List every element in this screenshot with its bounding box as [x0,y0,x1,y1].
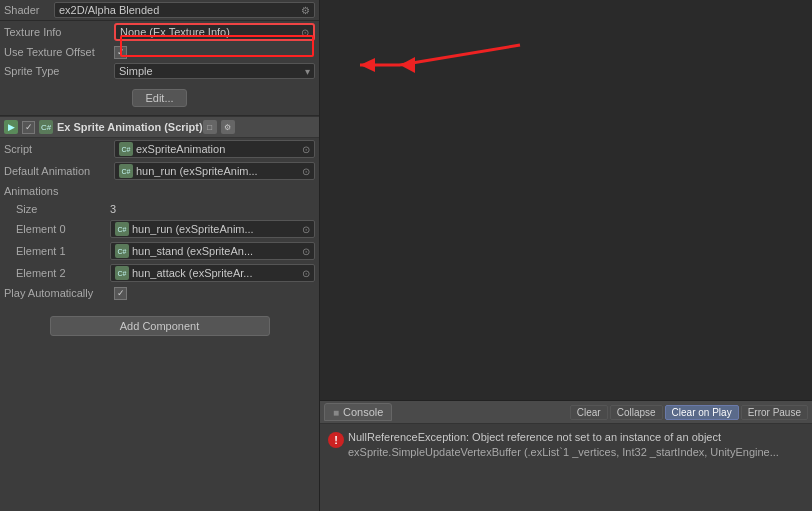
script-value-container: C# exSpriteAnimation [119,142,225,156]
console-content: ! NullReferenceException: Object referen… [320,424,812,467]
sprite-type-value: Simple [119,65,153,77]
main-viewport [320,0,812,400]
shader-label: Shader [4,4,54,16]
script-value: exSpriteAnimation [136,143,225,155]
size-value: 3 [110,203,116,215]
default-anim-label: Default Animation [4,165,114,177]
section-header-left: ▶ ✓ C# Ex Sprite Animation (Script) [4,120,203,134]
sprite-type-label: Sprite Type [4,65,114,77]
error-line2: exSprite.SimpleUpdateVertexBuffer (.exLi… [348,445,779,460]
element2-label: Element 2 [16,267,110,279]
sprite-type-dropdown-icon[interactable]: ▾ [305,66,310,77]
script-file-icon: C# [119,142,133,156]
console-panel: ■ Console Clear Collapse Clear on Play E… [320,400,812,511]
element1-label: Element 1 [16,245,110,257]
default-anim-field[interactable]: C# hun_run (exSpriteAnim... ⊙ [114,162,315,180]
section-settings-icon[interactable]: □ [203,120,217,134]
error-pause-button[interactable]: Error Pause [741,405,808,420]
error-text-container: NullReferenceException: Object reference… [348,430,779,461]
shader-field[interactable]: ex2D/Alpha Blended ⚙ [54,2,315,18]
default-anim-value-container: C# hun_run (exSpriteAnim... [119,164,258,178]
edit-button-container: Edit... [0,81,319,115]
texture-info-value: None (Ex Texture Info) [120,26,230,38]
element0-value: hun_run (exSpriteAnim... [132,223,254,235]
texture-gear-icon[interactable]: ⊙ [301,27,309,38]
element2-gear-icon[interactable]: ⊙ [302,268,310,279]
element2-value: hun_attack (exSpriteAr... [132,267,252,279]
play-auto-checkbox[interactable]: ✓ [114,287,127,300]
sprite-type-row: Sprite Type Simple ▾ [0,61,319,81]
element0-icon: C# [115,222,129,236]
edit-button[interactable]: Edit... [132,89,186,107]
animation-section-title: Ex Sprite Animation (Script) [57,121,203,133]
play-auto-row: Play Automatically ✓ [0,284,319,302]
use-texture-offset-row: Use Texture Offset ✓ [0,43,319,61]
clear-on-play-button[interactable]: Clear on Play [665,405,739,420]
error-line1: NullReferenceException: Object reference… [348,430,779,445]
add-component-button[interactable]: Add Component [50,316,270,336]
console-tab-icon: ■ [333,407,339,418]
animations-label: Animations [4,185,114,197]
default-anim-value: hun_run (exSpriteAnim... [136,165,258,177]
script-label: Script [4,143,114,155]
size-label: Size [16,203,110,215]
element1-value-container: C# hun_stand (exSpriteAn... [115,244,253,258]
script-row: Script C# exSpriteAnimation ⊙ [0,138,319,160]
inspector-panel: Shader ex2D/Alpha Blended ⚙ Texture Info… [0,0,320,511]
default-anim-row: Default Animation C# hun_run (exSpriteAn… [0,160,319,182]
element1-field[interactable]: C# hun_stand (exSpriteAn... ⊙ [110,242,315,260]
console-toolbar: ■ Console Clear Collapse Clear on Play E… [320,401,812,424]
element2-icon: C# [115,266,129,280]
console-tab[interactable]: ■ Console [324,403,392,421]
element0-field[interactable]: C# hun_run (exSpriteAnim... ⊙ [110,220,315,238]
texture-info-row: Texture Info None (Ex Texture Info) ⊙ [0,21,319,43]
error-row[interactable]: ! NullReferenceException: Object referen… [324,428,808,463]
use-texture-offset-checkbox[interactable]: ✓ [114,46,127,59]
collapse-button[interactable]: Collapse [610,405,663,420]
element1-row: Element 1 C# hun_stand (exSpriteAn... ⊙ [0,240,319,262]
default-anim-gear-icon[interactable]: ⊙ [302,166,310,177]
element2-row: Element 2 C# hun_attack (exSpriteAr... ⊙ [0,262,319,284]
clear-button[interactable]: Clear [570,405,608,420]
texture-info-field[interactable]: None (Ex Texture Info) ⊙ [114,23,315,41]
add-component-container: Add Component [0,302,319,350]
section-toggle-icon[interactable]: ▶ [4,120,18,134]
size-row: Size 3 [0,200,319,218]
section-header-icons: □ ⚙ [203,120,235,134]
element2-field[interactable]: C# hun_attack (exSpriteAr... ⊙ [110,264,315,282]
section-gear-icon[interactable]: ⚙ [221,120,235,134]
console-tab-label: Console [343,406,383,418]
script-icon: C# [39,120,53,134]
element1-value: hun_stand (exSpriteAn... [132,245,253,257]
element0-row: Element 0 C# hun_run (exSpriteAnim... ⊙ [0,218,319,240]
error-icon: ! [328,432,344,448]
script-field[interactable]: C# exSpriteAnimation ⊙ [114,140,315,158]
element0-gear-icon[interactable]: ⊙ [302,224,310,235]
animations-label-row: Animations [0,182,319,200]
sprite-type-field[interactable]: Simple ▾ [114,63,315,79]
use-texture-offset-label: Use Texture Offset [4,46,114,58]
element2-value-container: C# hun_attack (exSpriteAr... [115,266,252,280]
section-enabled-checkbox[interactable]: ✓ [22,121,35,134]
script-gear-icon[interactable]: ⊙ [302,144,310,155]
shader-row: Shader ex2D/Alpha Blended ⚙ [0,0,319,20]
gear-icon[interactable]: ⚙ [301,5,310,16]
texture-info-label: Texture Info [4,26,114,38]
element1-gear-icon[interactable]: ⊙ [302,246,310,257]
default-anim-icon: C# [119,164,133,178]
element1-icon: C# [115,244,129,258]
element0-label: Element 0 [16,223,110,235]
shader-value: ex2D/Alpha Blended [59,4,159,16]
element0-value-container: C# hun_run (exSpriteAnim... [115,222,254,236]
animation-section-header: ▶ ✓ C# Ex Sprite Animation (Script) □ ⚙ [0,116,319,138]
play-auto-label: Play Automatically [4,287,114,299]
